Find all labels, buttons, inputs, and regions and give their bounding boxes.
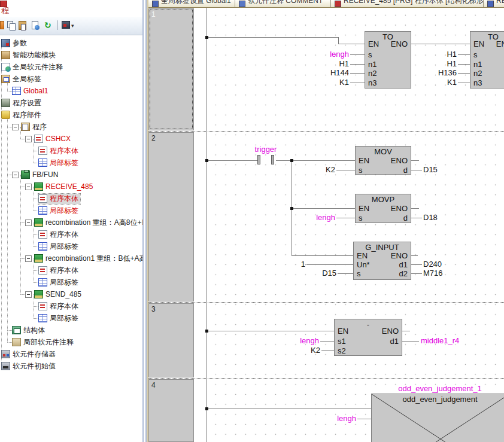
tree-item[interactable]: 程序本体 [0, 300, 142, 312]
tree-item[interactable]: 全局标签 [0, 73, 142, 85]
tree-item[interactable]: CSHCX [0, 133, 142, 145]
operand-label[interactable]: K2 [311, 346, 320, 355]
tree-item[interactable]: 局部标签 [0, 240, 142, 252]
fb-block-to[interactable]: TOENsn1n2n3ENO [365, 31, 411, 89]
fb-block-movp[interactable]: MOVPENsENOd [355, 194, 411, 223]
operand-label[interactable]: H1 [447, 59, 457, 69]
cut-icon[interactable] [0, 21, 4, 29]
document-tab[interactable]: 全局标签设置 Global1 [148, 0, 235, 7]
pin-label: EN [359, 156, 369, 166]
operand-label[interactable]: K2 [326, 165, 335, 175]
fb-block-to[interactable]: TOENsn1n2n3ENO [470, 31, 504, 89]
sort-filter-dropdown-icon[interactable]: ▾ [71, 23, 74, 29]
tree-item[interactable]: RECEIVE_485 [0, 181, 142, 193]
operand-label[interactable]: M716 [423, 269, 443, 278]
tree-item-label: 软元件初始值 [13, 361, 56, 371]
operand-label[interactable]: K1 [339, 78, 349, 87]
tree-item[interactable]: SEND_485 [0, 288, 142, 300]
wire [207, 37, 338, 38]
copy-icon[interactable] [7, 21, 16, 30]
operand-label[interactable]: odd_even_judgement_1 [398, 384, 482, 394]
tree-item[interactable]: 软元件存储器 [0, 348, 142, 360]
tree-expander-icon[interactable] [25, 220, 32, 226]
tree-item[interactable]: 智能功能模块 [0, 49, 142, 61]
tree-expander-icon[interactable] [12, 172, 19, 178]
tree-item[interactable]: FB/FUN [0, 169, 142, 181]
pin-label: ENO [391, 204, 408, 214]
operand-label[interactable]: H136 [438, 68, 457, 78]
operand-label[interactable]: D18 [423, 213, 438, 222]
tree-item[interactable]: 局部标签 [0, 276, 142, 288]
operand-label[interactable]: lengh [316, 213, 335, 222]
document-tab[interactable]: RECEIVE_485 [PRG] 局部标签 [484, 0, 504, 7]
fb-block-mov[interactable]: MOVENsENOd [355, 146, 411, 175]
tree-item[interactable]: 局部标签 [0, 312, 142, 324]
pin-label: s1 [338, 337, 346, 346]
sort-filter-icon[interactable] [62, 21, 70, 29]
wire [411, 255, 418, 256]
tree-item[interactable]: 全局软元件注释 [0, 61, 142, 73]
tree-item[interactable]: recombination1 重组：B低+A高 [0, 252, 142, 264]
tree-item[interactable]: 程序部件 [0, 109, 142, 121]
document-info-icon[interactable] [32, 21, 38, 29]
wire [292, 208, 355, 209]
operand-label[interactable]: middle1_r4 [421, 336, 459, 346]
tree-item[interactable]: 局部软元件注释 [0, 336, 142, 348]
tree-item[interactable]: recombination 重组：A高8位+B [0, 217, 142, 228]
tree-item[interactable]: 参数 [0, 37, 142, 49]
operand-label[interactable]: H1 [339, 59, 349, 69]
tree-expander-icon[interactable] [25, 291, 32, 298]
tree-item[interactable]: 软元件初始值 [0, 360, 142, 372]
tree-item[interactable]: 程序设置 [0, 97, 142, 109]
document-tab[interactable]: 软元件注释 COMMENT [235, 0, 331, 7]
tree-expander-icon[interactable] [25, 184, 32, 190]
operand-label[interactable]: lengh [337, 414, 356, 423]
tree-item-label: 局部标签 [50, 278, 78, 288]
wire-junction [205, 330, 208, 333]
rung-number-box[interactable]: 4 [148, 379, 194, 442]
fb-block-odd-even-judgement[interactable]: odd_even_judgement [371, 394, 504, 442]
refresh-icon[interactable]: ↻ [44, 21, 51, 29]
wire [458, 73, 470, 74]
contact-bar[interactable] [257, 155, 260, 164]
contact-label[interactable]: trigger [255, 145, 277, 154]
operand-label[interactable]: H144 [330, 68, 349, 78]
fb-block-g-input[interactable]: G_INPUTENUn*sENOd1d2 [353, 242, 411, 280]
tree-item[interactable]: 程序本体 [0, 193, 142, 205]
tree-item-label: 局部标签 [50, 242, 78, 252]
tree-item[interactable]: 程序 [0, 121, 142, 133]
rung-number-box[interactable]: 3 [148, 303, 194, 377]
operand-label[interactable]: D15 [322, 269, 336, 278]
operand-label[interactable]: D240 [423, 260, 442, 269]
pin-label: s2 [338, 346, 346, 356]
fb-block-title: MOV [356, 147, 411, 156]
tree-item[interactable]: 结构体 [0, 324, 142, 336]
rung-number-box[interactable]: 2 [148, 132, 194, 301]
prgdoc-icon [38, 266, 47, 275]
operand-label[interactable]: 1 [301, 260, 305, 269]
tree-item[interactable]: 局部标签 [0, 205, 142, 217]
pin-label: d2 [399, 269, 408, 279]
tree-item[interactable]: 程序本体 [0, 264, 142, 276]
tree-item[interactable]: Global1 [0, 85, 142, 97]
rung-number-box[interactable]: 1 [148, 8, 194, 130]
tree-item[interactable]: 程序本体 [0, 145, 142, 157]
operand-label[interactable]: H1 [447, 50, 457, 59]
tree-expander-icon[interactable] [12, 124, 19, 130]
operand-label[interactable]: lengh [300, 336, 319, 346]
tree-item[interactable]: 局部标签 [0, 157, 142, 169]
document-tab[interactable]: RECEIVE_485 [PRG] 程序本体 [结构化梯形图/FBD] [331, 0, 484, 7]
wire [207, 331, 334, 331]
paste-icon[interactable] [19, 21, 26, 30]
pin-label: EN [359, 204, 369, 214]
wire [321, 350, 334, 351]
operand-label[interactable]: D15 [423, 165, 438, 175]
contact-bar[interactable] [271, 155, 274, 164]
wire [458, 64, 470, 65]
operand-label[interactable]: K1 [447, 78, 457, 87]
fb-block--[interactable]: -ENs1s2ENOd1 [334, 319, 402, 356]
tree-expander-icon[interactable] [25, 255, 32, 262]
tree-expander-icon[interactable] [25, 136, 32, 142]
tree-item[interactable]: 程序本体 [0, 228, 142, 240]
operand-label[interactable]: lengh [330, 50, 349, 59]
